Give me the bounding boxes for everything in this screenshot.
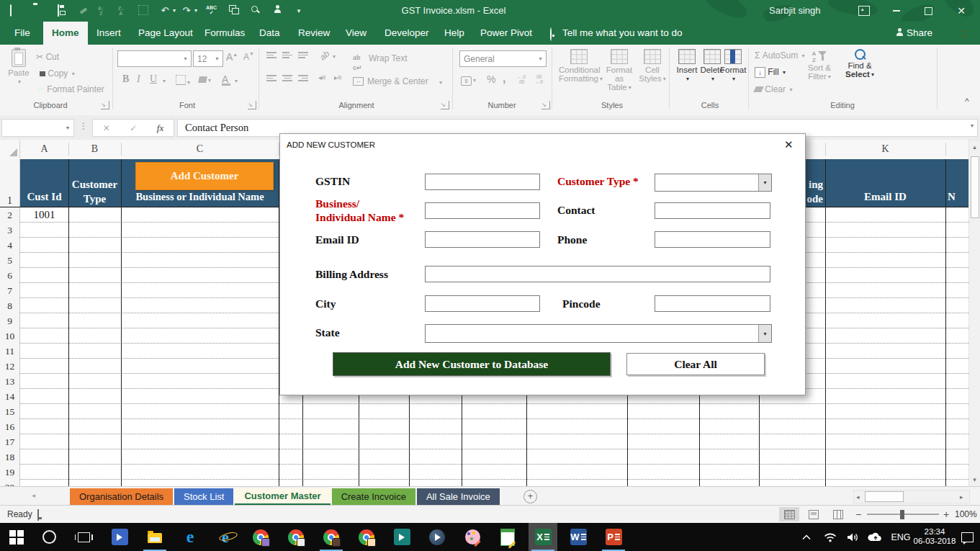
row-header-12[interactable]: 12 <box>0 359 20 374</box>
namebox-splitter-icon[interactable]: ⋮ <box>79 121 88 131</box>
start-button[interactable] <box>1 523 30 551</box>
find-select-button[interactable]: Find &Select▾ <box>841 49 878 79</box>
row-header-14[interactable]: 14 <box>0 389 20 404</box>
tab-view[interactable]: View <box>337 22 375 45</box>
row-header-4[interactable]: 4 <box>0 238 20 253</box>
state-dropdown-icon[interactable]: ▾ <box>758 325 771 342</box>
expand-formula-bar-icon[interactable]: ▾ <box>971 122 974 129</box>
view-page-layout-button[interactable] <box>804 507 824 521</box>
tab-page-layout[interactable]: Page Layout <box>130 22 202 45</box>
city-input[interactable] <box>425 295 540 312</box>
chrome-profile2-button[interactable] <box>282 523 310 551</box>
view-normal-button[interactable] <box>779 507 799 521</box>
zoom-slider-thumb[interactable] <box>900 510 904 519</box>
column-header-k[interactable]: K <box>825 140 945 158</box>
row-header-17[interactable]: 17 <box>0 434 20 449</box>
row-header-5[interactable]: 5 <box>0 253 20 268</box>
row-header-15[interactable]: 15 <box>0 404 20 419</box>
contact-input[interactable] <box>655 202 770 219</box>
new-sheet-button[interactable]: + <box>523 490 537 503</box>
minimize-button[interactable] <box>884 0 909 22</box>
task-view-button[interactable] <box>69 523 98 551</box>
movies-tv-button[interactable] <box>105 523 134 551</box>
font-size-combobox[interactable]: 12▾ <box>193 50 223 67</box>
close-window-button[interactable]: ✕ <box>949 0 974 22</box>
view-page-break-button[interactable] <box>828 507 848 521</box>
insert-cells-button[interactable]: Insert▾ <box>675 49 698 83</box>
tab-review[interactable]: Review <box>289 22 338 45</box>
number-format-combobox[interactable]: General▾ <box>459 50 547 67</box>
sheet-tab-organisation-details[interactable]: Organisation Details <box>70 488 173 505</box>
file-explorer-button[interactable] <box>140 523 169 551</box>
tab-formulas[interactable]: Formulas <box>196 22 253 45</box>
tab-home[interactable]: Home <box>43 22 88 45</box>
column-header-b[interactable]: B <box>68 140 121 158</box>
phone-input[interactable] <box>655 231 770 248</box>
row-header-20[interactable]: 20 <box>0 480 20 486</box>
tray-volume-button[interactable] <box>844 523 863 551</box>
tab-file[interactable]: File <box>6 22 39 45</box>
add-customer-sheet-button[interactable]: Add Customer <box>135 162 274 190</box>
row-header-2[interactable]: 2 <box>0 207 20 223</box>
undo-icon[interactable]: ↶ <box>160 5 170 17</box>
row-header-1[interactable]: 1 <box>0 159 20 207</box>
tell-me-box[interactable]: Tell me what you want to do <box>562 22 683 45</box>
chrome-profile3-button[interactable] <box>317 523 346 551</box>
scroll-up-icon[interactable]: ▴ <box>971 143 979 151</box>
restore-button[interactable] <box>916 0 940 22</box>
header-cell-email-id[interactable]: Email ID <box>825 191 945 203</box>
font-name-combobox[interactable]: ▾ <box>117 50 192 67</box>
name-box[interactable]: ▾ <box>1 119 74 137</box>
scroll-down-icon[interactable]: ▾ <box>971 476 979 483</box>
excel-button[interactable]: X <box>529 523 557 551</box>
insert-function-icon[interactable]: fx <box>157 122 163 134</box>
state-combobox[interactable]: ▾ <box>425 324 772 343</box>
tray-clock[interactable]: 23:34 06-03-2018 <box>913 523 956 551</box>
cortana-button[interactable] <box>35 523 63 551</box>
sheet-tab-stock-list[interactable]: Stock List <box>174 488 233 505</box>
row-header-10[interactable]: 10 <box>0 328 20 344</box>
redo-dropdown-icon[interactable]: ▾ <box>193 5 199 17</box>
cell-A2[interactable]: 1001 <box>20 207 68 222</box>
row-header-7[interactable]: 7 <box>0 283 20 298</box>
header-cell-clipped-right[interactable]: N <box>948 191 968 203</box>
vertical-scrollbar[interactable]: ▴ ▾ <box>968 140 980 488</box>
alignment-dialog-launcher[interactable]: ↘ <box>441 101 449 109</box>
font-dialog-launcher[interactable]: ↘ <box>248 101 256 109</box>
gstin-input[interactable] <box>425 174 540 190</box>
customer-type-dropdown-icon[interactable]: ▾ <box>758 174 771 191</box>
undo-dropdown-icon[interactable]: ▾ <box>171 5 177 17</box>
sheet-nav-left-icon[interactable]: ◂ <box>32 491 35 499</box>
row-header-9[interactable]: 9 <box>0 313 20 328</box>
zoom-out-button[interactable]: − <box>855 509 861 520</box>
save-icon[interactable] <box>58 5 59 17</box>
business-name-input[interactable] <box>425 202 540 219</box>
tab-insert[interactable]: Insert <box>88 22 130 45</box>
chrome-profile1-button[interactable] <box>246 523 275 551</box>
row-header-8[interactable]: 8 <box>0 298 20 313</box>
name-box-dropdown-icon[interactable]: ▾ <box>62 125 73 131</box>
macro-record-icon[interactable] <box>37 509 39 521</box>
clear-all-button[interactable]: Clear All <box>626 353 765 375</box>
sheet-tab-all-sale-invoice[interactable]: All Sale Invoice <box>417 488 500 505</box>
row-header-16[interactable]: 16 <box>0 419 20 434</box>
powerpoint-button[interactable]: P <box>599 523 628 551</box>
tab-data[interactable]: Data <box>251 22 289 45</box>
hscroll-left-icon[interactable]: ◂ <box>856 493 860 501</box>
vsdc-button[interactable] <box>387 523 416 551</box>
collapse-ribbon-button[interactable]: ^ <box>965 97 969 107</box>
ribbon-display-options-button[interactable] <box>852 0 876 22</box>
email-input[interactable] <box>425 231 540 248</box>
zoom-level[interactable]: 100% <box>955 509 977 519</box>
header-cell-business-name[interactable]: Business or Individual Name <box>121 191 279 203</box>
spelling-icon[interactable]: ABC✓ <box>206 5 217 17</box>
billing-address-input[interactable] <box>425 266 770 282</box>
row-header-18[interactable]: 18 <box>0 449 20 465</box>
invoice-app-button[interactable] <box>493 523 522 551</box>
horizontal-scrollbar[interactable]: ◂ ▸ <box>853 490 970 503</box>
number-dialog-launcher[interactable]: ↘ <box>541 101 550 109</box>
paint-button[interactable] <box>458 523 487 551</box>
chrome-profile4-button[interactable] <box>352 523 381 551</box>
customize-qat-icon[interactable]: ▾ <box>295 5 302 17</box>
tab-developer[interactable]: Developer <box>376 22 438 45</box>
